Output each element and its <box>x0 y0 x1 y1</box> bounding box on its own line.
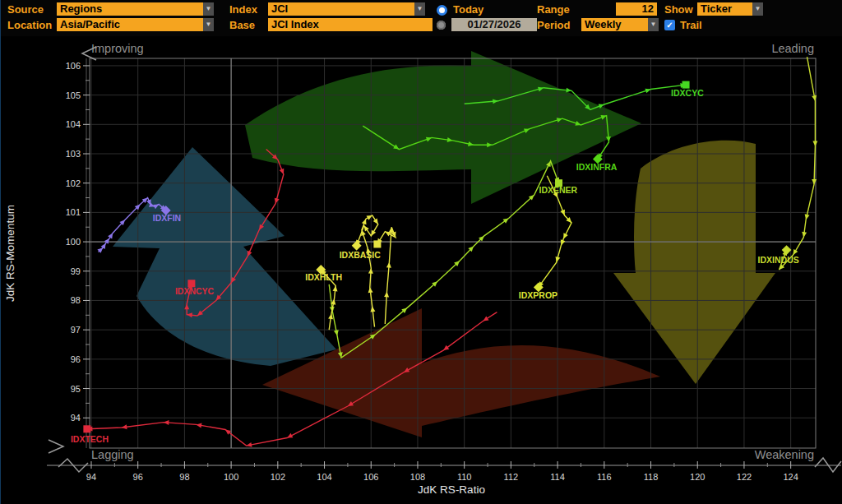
trail-arrowhead <box>108 232 115 239</box>
trail-arrowhead <box>482 316 489 323</box>
y-tick-label: 96 <box>71 354 81 364</box>
x-tick-label: 114 <box>550 472 565 482</box>
toolbar: Source Regions ▼ Index JCI ▼ Today Range… <box>1 0 842 36</box>
trail-arrowhead <box>368 287 373 293</box>
x-tick-label: 104 <box>317 472 331 482</box>
series-marker[interactable] <box>373 240 381 247</box>
x-tick-label: 116 <box>597 472 612 482</box>
series-label: IDXBASIC <box>340 250 382 260</box>
range-input[interactable]: 12 <box>616 2 657 16</box>
trail-arrowhead <box>562 233 568 240</box>
x-tick-label: 94 <box>86 472 96 482</box>
show-label: Show <box>664 2 693 16</box>
series-label: IDXFIN <box>153 213 181 223</box>
series-label: IDXTECH <box>71 434 109 444</box>
trail-arrowhead <box>333 285 339 291</box>
x-tick-label: 120 <box>690 472 705 482</box>
trail-arrowhead <box>384 292 389 298</box>
x-axis-title: JdK RS-Ratio <box>418 483 485 496</box>
series-label: IDXHLTH <box>305 272 342 282</box>
x-tick-label: 118 <box>644 472 659 482</box>
index-value: JCI <box>271 2 288 15</box>
trail-arrowhead <box>164 420 169 425</box>
trail-arrowhead <box>386 262 391 268</box>
period-dropdown[interactable]: Weekly ▼ <box>581 18 659 31</box>
series-IDXINDUS: IDXINDUS <box>758 57 818 271</box>
trail-arrowhead <box>554 257 561 263</box>
x-tick-label: 110 <box>457 472 472 482</box>
chevron-down-icon[interactable]: ▼ <box>648 18 659 31</box>
leading-to-weakening-arrow <box>613 141 775 384</box>
y-tick-label: 99 <box>71 266 81 276</box>
trail-arrowhead <box>812 141 817 147</box>
index-label: Index <box>229 2 257 16</box>
trail-arrowhead <box>367 213 374 220</box>
show-value: Ticker <box>701 2 732 15</box>
series-label: IDXCYC <box>671 88 704 98</box>
trail-label: Trail <box>680 18 702 32</box>
show-dropdown[interactable]: Ticker ▼ <box>697 2 763 16</box>
base-label: Base <box>229 18 255 32</box>
y-tick-label: 106 <box>66 61 81 71</box>
series-trail <box>780 57 816 270</box>
source-label: Source <box>7 2 44 16</box>
y-tick-label: 103 <box>66 149 81 159</box>
improving-to-leading-arrow <box>245 51 641 204</box>
range-label: Range <box>537 2 570 16</box>
trail-arrowhead <box>362 218 368 224</box>
y-tick-label: 94 <box>71 413 81 423</box>
trail-arrowhead <box>801 232 807 238</box>
series-label: IDXPROP <box>519 290 557 300</box>
date-field[interactable]: 01/27/2026 <box>451 18 537 31</box>
lagging-to-improving-arrow <box>113 147 336 366</box>
x-tick-label: 108 <box>410 472 425 482</box>
y-tick-label: 95 <box>71 384 81 394</box>
y-tick-label: 97 <box>71 325 81 335</box>
quadrant-label-lagging: Lagging <box>91 448 134 461</box>
trail-arrowhead <box>370 306 376 312</box>
today-radio[interactable] <box>437 5 447 16</box>
series-label: IDXINDUS <box>758 255 799 265</box>
rrg-chart[interactable]: IDXINFRAIDXCYCIDXENERIDXPROPIDXINDUSIDXN… <box>1 36 842 504</box>
y-tick-label: 104 <box>66 119 81 129</box>
x-tick-label: 102 <box>271 472 285 482</box>
x-tick-label: 106 <box>363 472 378 482</box>
location-value: Asia/Pacific <box>60 18 120 30</box>
x-tick-label: 96 <box>133 472 143 482</box>
y-tick-label: 100 <box>66 237 81 247</box>
location-dropdown[interactable]: Asia/Pacific ▼ <box>57 18 214 31</box>
x-tick-label: 124 <box>783 472 798 482</box>
series-label: IDXINFRA <box>576 162 618 172</box>
series-label: IDXNCYC <box>175 286 215 296</box>
source-dropdown[interactable]: Regions ▼ <box>57 2 214 16</box>
series-marker[interactable] <box>83 425 90 432</box>
chevron-down-icon[interactable]: ▼ <box>203 2 214 16</box>
base-field[interactable]: JCI Index <box>268 18 433 31</box>
y-axis: 949596979899100101102103104105106JdK RS-… <box>4 47 96 453</box>
today-label: Today <box>453 2 483 16</box>
rrg-plot-svg[interactable]: IDXINFRAIDXCYCIDXENERIDXPROPIDXINDUSIDXN… <box>1 36 842 504</box>
chevron-down-icon[interactable]: ▼ <box>203 18 214 31</box>
series-IDXHLTH: IDXHLTH <box>305 265 342 330</box>
quadrant-label-improving: Improving <box>91 42 144 55</box>
background-arrows <box>113 51 775 437</box>
index-dropdown[interactable]: JCI ▼ <box>268 2 425 16</box>
series-label: IDXENER <box>539 185 578 195</box>
x-tick-label: 100 <box>224 472 238 482</box>
y-tick-label: 98 <box>71 295 81 305</box>
quadrant-label-leading: Leading <box>771 42 814 55</box>
period-label: Period <box>537 18 570 32</box>
x-tick-label: 122 <box>737 472 752 482</box>
y-tick-label: 101 <box>66 207 81 217</box>
period-value: Weekly <box>585 18 622 30</box>
location-label: Location <box>7 18 52 32</box>
trail-arrowhead <box>280 169 286 175</box>
series-IDXBASIC: IDXBASIC <box>340 213 382 326</box>
chevron-down-icon[interactable]: ▼ <box>752 2 763 16</box>
date-radio[interactable] <box>437 21 446 30</box>
x-tick-label: 98 <box>179 472 189 482</box>
trail-arrowhead <box>559 239 566 246</box>
trail-arrowhead <box>273 198 280 205</box>
chevron-down-icon[interactable]: ▼ <box>414 2 425 16</box>
trail-checkbox[interactable]: ✓ <box>664 20 675 30</box>
